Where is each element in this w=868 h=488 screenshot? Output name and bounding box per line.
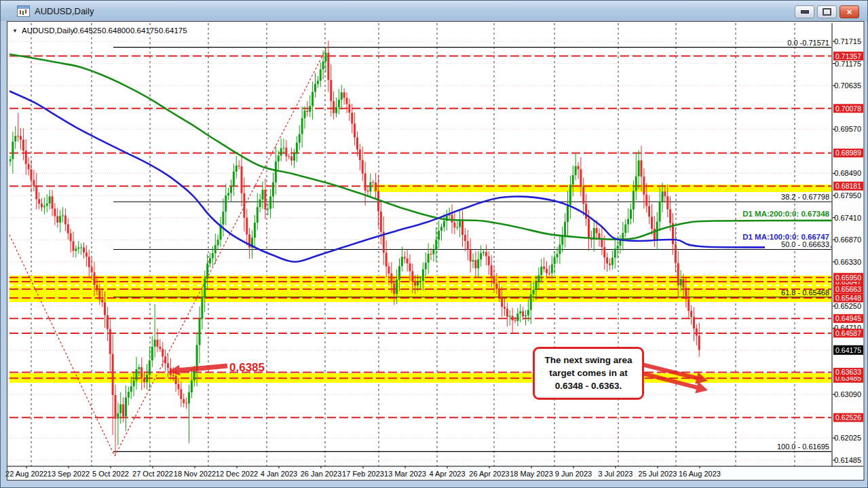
candle-body — [12, 142, 14, 159]
candle-body — [209, 258, 211, 263]
candle-body — [638, 160, 640, 176]
candle-body — [425, 263, 427, 269]
candle-body — [409, 263, 411, 271]
candle-body — [183, 399, 185, 403]
candle-body — [128, 392, 130, 398]
candle-body — [417, 282, 419, 285]
candle-body — [362, 160, 364, 174]
candle-body — [351, 113, 353, 124]
candle-body — [293, 153, 295, 161]
candle-body — [320, 69, 322, 81]
candle-body — [687, 299, 690, 311]
candle-body — [241, 166, 243, 193]
candle-body — [35, 185, 37, 199]
candle-body — [540, 267, 542, 276]
x-axis-label: 5 Oct 2022 — [92, 470, 129, 478]
candle-body — [488, 257, 490, 265]
candle-body — [596, 228, 598, 233]
candle-body — [94, 272, 96, 285]
candle-body — [257, 207, 259, 223]
candle-body — [243, 193, 245, 218]
candle-body — [606, 257, 608, 263]
candle-body — [70, 233, 72, 242]
candle-body — [119, 405, 121, 413]
header-ohlc-value: 0.64175 — [130, 26, 159, 35]
x-axis-label: 18 May 2023 — [510, 470, 553, 478]
price-level-badge-label: 0.64945 — [835, 314, 861, 322]
candle-body — [690, 311, 692, 317]
candle-body — [212, 253, 214, 258]
candle-body — [98, 290, 100, 300]
x-axis-label: 26 Jan 2023 — [301, 470, 342, 478]
candle-body — [322, 61, 324, 69]
current-price-label: 0.64175 — [835, 346, 861, 354]
candle-body — [335, 107, 337, 113]
candle-body — [516, 314, 518, 321]
candle-body — [530, 295, 532, 310]
candle-body — [622, 233, 624, 240]
candle-body — [495, 284, 497, 289]
candle-body — [75, 248, 77, 250]
candle-body — [136, 369, 138, 380]
candle-body — [411, 271, 413, 282]
candle-body — [543, 267, 545, 269]
candle-body — [359, 149, 361, 159]
chart-window: AUDUSD,Daily × D1 MA:100:0:0: 0.66747D1 … — [0, 0, 868, 488]
candle-body — [514, 320, 516, 321]
candle-body — [659, 202, 661, 221]
fib-level-label: 50.0 - 0.66633 — [781, 240, 829, 248]
candle-body — [385, 252, 388, 266]
candle-body — [138, 367, 140, 369]
candle-body — [467, 241, 469, 250]
candle-body — [235, 166, 238, 172]
x-axis-label: 26 Apr 2023 — [469, 470, 509, 478]
x-axis-label: 22 Aug 2022 — [5, 470, 48, 478]
candle-body — [204, 278, 206, 297]
chart-canvas[interactable]: D1 MA:100:0:0: 0.66747D1 MA:200:0:0: 0.6… — [1, 1, 868, 488]
fib-level-label: 38.2 - 0.67798 — [781, 193, 829, 201]
candle-body — [178, 384, 180, 389]
candle-body — [238, 166, 240, 166]
candle-body — [485, 252, 487, 256]
candle-body — [375, 183, 377, 191]
candle-body — [306, 111, 308, 112]
candle-body — [31, 170, 33, 181]
candle-body — [143, 379, 145, 382]
candle-body — [43, 206, 45, 207]
candle-body — [422, 269, 424, 281]
y-axis-label: 0.67410 — [834, 214, 861, 222]
candle-body — [470, 250, 472, 262]
candle-body — [104, 303, 106, 316]
candle-body — [312, 92, 314, 106]
candle-body — [52, 196, 54, 208]
candle-body — [548, 273, 550, 274]
x-axis-label: 25 Jul 2023 — [639, 470, 677, 478]
candle-body — [491, 265, 493, 276]
candle-body — [269, 196, 271, 208]
candle-body — [33, 180, 35, 185]
candle-body — [38, 199, 40, 204]
candle-body — [259, 200, 261, 207]
candle-body — [280, 148, 282, 155]
candle-body — [206, 263, 208, 278]
candle-body — [546, 269, 548, 273]
x-axis-label: 17 Feb 2023 — [342, 470, 384, 478]
candle-body — [432, 250, 434, 255]
price-level-badge-label: 0.65448 — [835, 294, 861, 302]
annotation-box[interactable]: The next swing area target comes in at 0… — [533, 347, 644, 400]
header-ohlc-value: 0.64175 — [159, 26, 187, 35]
x-axis-label: 18 Nov 2022 — [174, 470, 216, 478]
candle-body — [230, 187, 232, 193]
candle-body — [188, 392, 190, 403]
candle-body — [83, 248, 85, 252]
price-level-badge-label: 0.68181 — [835, 182, 861, 190]
candle-body — [443, 221, 445, 227]
candle-body — [14, 136, 16, 141]
candle-body — [506, 309, 508, 317]
candle-body — [364, 173, 366, 190]
candle-body — [372, 182, 374, 183]
candle-body — [683, 279, 685, 288]
price-level-badge-label: 0.64587 — [835, 329, 861, 337]
candle-body — [149, 360, 151, 375]
candle-body — [398, 266, 400, 280]
